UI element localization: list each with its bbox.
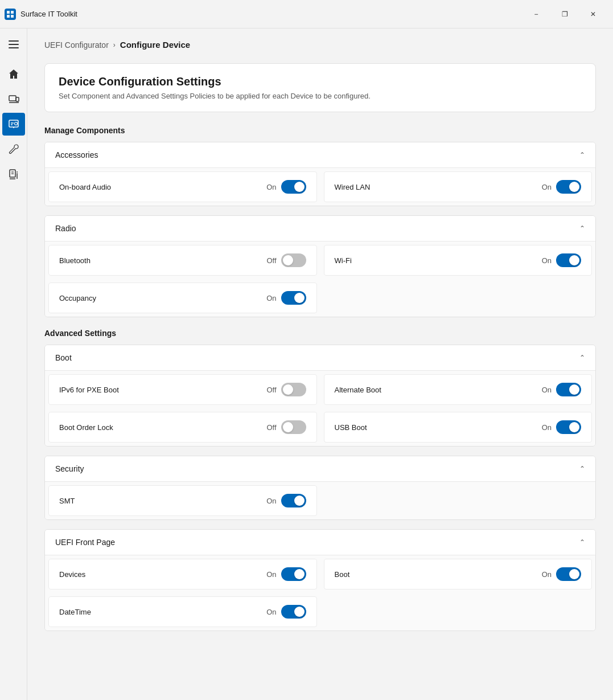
- on-board-audio-toggle[interactable]: [281, 180, 306, 194]
- accessories-body: On-board Audio On Wired LAN: [45, 168, 595, 206]
- setting-on-board-audio: On-board Audio On: [48, 171, 317, 202]
- hamburger-line-3: [9, 47, 19, 48]
- app-icon: [5, 9, 16, 20]
- alternate-boot-toggle[interactable]: [556, 383, 581, 396]
- datetime-control: On: [266, 605, 306, 619]
- hamburger-line-2: [9, 44, 19, 45]
- setting-empty-radio: [324, 283, 593, 313]
- titlebar: Surface IT Toolkit − ❐ ✕: [0, 0, 613, 28]
- wifi-control: On: [542, 253, 581, 267]
- radio-title: Radio: [55, 224, 76, 233]
- accessories-header[interactable]: Accessories ⌃: [45, 142, 595, 168]
- boot-accordion: Boot ⌃ IPv6 for PXE Boot Off: [44, 345, 596, 447]
- occupancy-toggle[interactable]: [281, 291, 306, 305]
- sidebar-item-home[interactable]: [2, 63, 25, 85]
- sidebar-item-uefi[interactable]: [2, 113, 25, 136]
- datetime-value: On: [266, 608, 276, 616]
- hamburger-line-1: [9, 40, 19, 42]
- alternate-boot-control: On: [542, 383, 581, 396]
- wifi-value: On: [542, 256, 552, 265]
- hamburger-menu[interactable]: [2, 33, 25, 56]
- ipv6-pxe-value: Off: [266, 386, 276, 394]
- restore-button[interactable]: ❐: [552, 5, 578, 23]
- wired-lan-toggle[interactable]: [556, 180, 581, 194]
- svg-rect-4: [11, 15, 14, 18]
- smt-label: SMT: [59, 497, 75, 505]
- manage-components-section: Manage Components Accessories ⌃ On-board…: [44, 126, 596, 317]
- page-title: Device Configuration Settings: [59, 75, 582, 88]
- breadcrumb-parent[interactable]: UEFI Configurator: [44, 40, 109, 50]
- uefi-front-page-header[interactable]: UEFI Front Page ⌃: [45, 530, 595, 555]
- tools-icon: [8, 144, 19, 155]
- bluetooth-toggle[interactable]: [281, 253, 306, 267]
- on-board-audio-slider: [281, 180, 306, 194]
- sidebar: [0, 28, 27, 700]
- on-board-audio-control: On: [266, 180, 306, 194]
- uefi-front-page-chevron-icon: ⌃: [579, 538, 585, 546]
- minimize-button[interactable]: −: [523, 5, 549, 23]
- boot-header[interactable]: Boot ⌃: [45, 345, 595, 371]
- boot-title: Boot: [55, 353, 72, 362]
- svg-rect-3: [7, 15, 10, 18]
- setting-wired-lan: Wired LAN On: [324, 171, 593, 202]
- uefi-icon: [8, 118, 19, 130]
- boot-order-lock-label: Boot Order Lock: [59, 423, 113, 432]
- bluetooth-label: Bluetooth: [59, 256, 90, 265]
- sidebar-item-devices[interactable]: [2, 88, 25, 110]
- security-header[interactable]: Security ⌃: [45, 456, 595, 482]
- boot-order-lock-toggle[interactable]: [281, 420, 306, 434]
- wifi-slider: [556, 253, 581, 267]
- smt-toggle[interactable]: [281, 494, 306, 507]
- sidebar-item-tools[interactable]: [2, 138, 25, 161]
- manage-components-title: Manage Components: [44, 126, 596, 135]
- wifi-toggle[interactable]: [556, 253, 581, 267]
- setting-usb-boot: USB Boot On: [324, 412, 593, 443]
- boot-order-lock-control: Off: [266, 420, 306, 434]
- setting-ipv6-pxe: IPv6 for PXE Boot Off: [48, 374, 317, 405]
- boot-uefi-label: Boot: [335, 570, 350, 579]
- wired-lan-label: Wired LAN: [335, 183, 371, 191]
- alternate-boot-value: On: [542, 386, 552, 394]
- on-board-audio-value: On: [266, 183, 276, 191]
- accessories-settings-grid: On-board Audio On Wired LAN: [45, 168, 595, 206]
- boot-body: IPv6 for PXE Boot Off Alternate Boot: [45, 371, 595, 446]
- breadcrumb-current: Configure Device: [120, 40, 190, 50]
- close-button[interactable]: ✕: [580, 5, 606, 23]
- security-body: SMT On: [45, 482, 595, 519]
- setting-devices: Devices On: [48, 559, 317, 590]
- security-chevron-icon: ⌃: [579, 465, 585, 473]
- devices-toggle[interactable]: [281, 567, 306, 581]
- setting-empty-uefi: [324, 596, 593, 627]
- boot-uefi-toggle[interactable]: [556, 567, 581, 581]
- setting-occupancy: Occupancy On: [48, 283, 317, 313]
- datetime-slider: [281, 605, 306, 619]
- accessories-accordion: Accessories ⌃ On-board Audio On: [44, 142, 596, 206]
- on-board-audio-label: On-board Audio: [59, 183, 111, 191]
- radio-settings-grid: Bluetooth Off Wi-Fi: [45, 241, 595, 317]
- security-accordion: Security ⌃ SMT On: [44, 456, 596, 520]
- devices-value: On: [266, 570, 276, 579]
- home-icon: [8, 68, 19, 80]
- bluetooth-control: Off: [266, 253, 306, 267]
- devices-label: Devices: [59, 570, 85, 579]
- occupancy-value: On: [266, 294, 276, 302]
- alternate-boot-slider: [556, 383, 581, 396]
- window-controls: − ❐ ✕: [523, 5, 606, 23]
- setting-boot-order-lock: Boot Order Lock Off: [48, 412, 317, 443]
- sidebar-item-info[interactable]: [2, 163, 25, 186]
- titlebar-left: Surface IT Toolkit: [5, 9, 77, 20]
- devices-icon: [8, 93, 19, 105]
- datetime-toggle[interactable]: [281, 605, 306, 619]
- radio-header[interactable]: Radio ⌃: [45, 216, 595, 241]
- usb-boot-toggle[interactable]: [556, 420, 581, 434]
- usb-boot-value: On: [542, 423, 552, 432]
- boot-settings-grid: IPv6 for PXE Boot Off Alternate Boot: [45, 371, 595, 446]
- app-title: Surface IT Toolkit: [20, 10, 77, 18]
- svg-point-18: [17, 171, 18, 173]
- uefi-front-page-settings-grid: Devices On Boot: [45, 555, 595, 631]
- setting-smt: SMT On: [48, 485, 317, 516]
- devices-slider: [281, 567, 306, 581]
- info-icon: [8, 169, 19, 180]
- ipv6-pxe-toggle[interactable]: [281, 383, 306, 396]
- smt-slider: [281, 494, 306, 507]
